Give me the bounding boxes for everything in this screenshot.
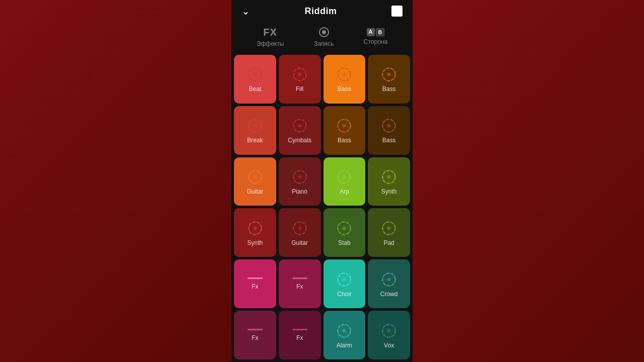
top-bar: ⌄ Riddim	[231, 0, 413, 22]
cell-label: Fx	[296, 334, 303, 341]
cell-guitar-8[interactable]: Guitar	[234, 157, 276, 206]
dashed-circle-icon	[380, 168, 398, 186]
dashed-circle-icon	[335, 168, 353, 186]
cell-label: Break	[247, 137, 263, 144]
cell-alarm-22[interactable]: Alarm	[324, 311, 366, 359]
left-panel	[0, 0, 231, 362]
fx-line-icon	[292, 329, 307, 330]
svg-point-35	[343, 278, 346, 281]
svg-point-29	[298, 226, 301, 230]
fx-line-icon	[248, 329, 263, 330]
record-icon	[318, 26, 330, 38]
dashed-circle-icon	[246, 65, 264, 83]
svg-point-39	[343, 329, 346, 332]
fx-line-icon	[248, 278, 263, 279]
svg-point-13	[298, 124, 301, 128]
cell-label: Bass	[338, 85, 351, 93]
cell-crowd-19[interactable]: Crowd	[368, 259, 410, 308]
cell-label: Beat	[249, 85, 262, 93]
cell-fx-17[interactable]: Fx	[279, 259, 321, 308]
cell-piano-9[interactable]: Piano	[279, 157, 321, 206]
side-control[interactable]: A B Сторона	[364, 28, 387, 45]
cell-label: Guitar	[291, 239, 308, 246]
cell-break-4[interactable]: Break	[234, 106, 276, 155]
svg-point-21	[298, 175, 301, 178]
cell-label: Alarm	[337, 342, 352, 349]
cell-label: Choir	[337, 291, 352, 298]
record-control[interactable]: Запись	[314, 26, 334, 47]
cell-label: Arp	[340, 188, 349, 195]
svg-point-9	[387, 73, 391, 76]
cell-label: Vox	[384, 342, 394, 349]
dashed-circle-icon	[335, 65, 353, 83]
phone-container: ⌄ Riddim FX Эффекты Запись A B Сторона	[231, 0, 413, 362]
cell-cymbals-5[interactable]: Cymbals	[279, 106, 321, 155]
cell-beat-0[interactable]: Beat	[234, 55, 276, 104]
svg-point-33	[387, 226, 391, 230]
cell-bass-3[interactable]: Bass	[368, 55, 410, 104]
fx-control[interactable]: FX Эффекты	[257, 27, 284, 47]
dashed-circle-icon	[291, 117, 309, 135]
record-label: Запись	[314, 40, 334, 47]
dashed-circle-icon	[335, 270, 353, 289]
svg-point-41	[387, 329, 391, 332]
cell-stab-14[interactable]: Stab	[324, 208, 366, 257]
svg-point-7	[343, 73, 346, 76]
cell-label: Cymbals	[288, 137, 311, 144]
dashed-circle-icon	[335, 219, 353, 237]
cell-fx-21[interactable]: Fx	[279, 311, 321, 359]
cell-label: Fx	[252, 334, 258, 341]
ab-b: B	[376, 28, 385, 36]
cell-label: Stab	[338, 239, 351, 246]
cell-label: Bass	[338, 137, 351, 144]
dashed-circle-icon	[291, 168, 309, 186]
cell-label: Piano	[292, 188, 307, 195]
svg-point-1	[322, 30, 326, 34]
cell-label: Fill	[296, 85, 303, 93]
cell-guitar-13[interactable]: Guitar	[279, 208, 321, 257]
dashed-circle-icon	[380, 322, 398, 340]
dashed-circle-icon	[380, 117, 398, 135]
cell-label: Guitar	[247, 188, 264, 195]
cell-label: Pad	[383, 239, 394, 246]
instrument-grid: Beat Fill Bass Bass Break	[231, 52, 413, 362]
cell-bass-2[interactable]: Bass	[324, 55, 366, 104]
fx-label: Эффекты	[257, 40, 284, 47]
svg-point-31	[343, 226, 346, 230]
svg-point-23	[343, 175, 346, 178]
svg-point-3	[253, 73, 257, 76]
fx-icon: FX	[263, 27, 277, 38]
cell-choir-18[interactable]: Choir	[324, 259, 366, 308]
fx-line-icon	[292, 278, 307, 279]
cell-label: Fx	[296, 283, 303, 290]
white-square-button[interactable]	[391, 6, 403, 17]
cell-pad-15[interactable]: Pad	[368, 208, 410, 257]
cell-synth-12[interactable]: Synth	[234, 208, 276, 257]
dashed-circle-icon	[380, 65, 398, 83]
cell-arp-10[interactable]: Arp	[324, 157, 366, 206]
cell-bass-6[interactable]: Bass	[324, 106, 366, 155]
cell-fx-16[interactable]: Fx	[234, 259, 276, 308]
cell-vox-23[interactable]: Vox	[368, 311, 410, 359]
cell-bass-7[interactable]: Bass	[368, 106, 410, 155]
chevron-down-icon[interactable]: ⌄	[242, 5, 250, 17]
dashed-circle-icon	[246, 117, 264, 135]
cell-fx-20[interactable]: Fx	[234, 311, 276, 359]
cell-label: Bass	[382, 85, 396, 93]
svg-point-25	[387, 175, 391, 178]
dashed-circle-icon	[380, 270, 398, 289]
cell-label: Bass	[382, 137, 396, 144]
cell-synth-11[interactable]: Synth	[368, 157, 410, 206]
dashed-circle-icon	[335, 117, 353, 135]
dashed-circle-icon	[291, 65, 309, 83]
cell-fill-1[interactable]: Fill	[279, 55, 321, 104]
svg-point-15	[343, 124, 346, 128]
controls-row: FX Эффекты Запись A B Сторона	[231, 22, 413, 52]
cell-label: Synth	[381, 188, 397, 195]
svg-point-27	[253, 226, 257, 230]
dashed-circle-icon	[246, 219, 264, 237]
ab-a: A	[367, 28, 375, 36]
svg-point-37	[387, 278, 391, 281]
side-label: Сторона	[364, 38, 387, 45]
svg-point-5	[298, 73, 301, 76]
